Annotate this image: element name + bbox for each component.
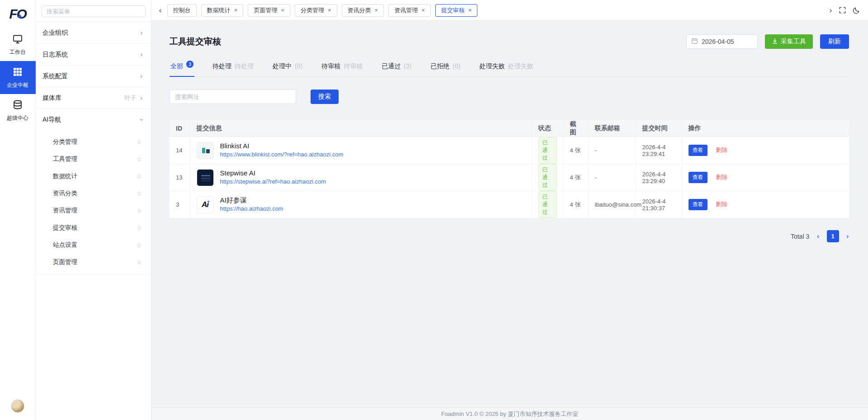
search-button[interactable]: 搜索 (311, 90, 339, 104)
user-avatar[interactable] (11, 399, 24, 413)
tabs-scroll-right-icon[interactable]: › (829, 6, 832, 15)
date-picker[interactable]: 2026-04-05 (686, 34, 758, 49)
next-page-icon[interactable]: › (846, 232, 849, 241)
sidebar-item-page-mgmt[interactable]: 页面管理☆ (36, 254, 151, 271)
submenu-label: 资讯管理 (53, 207, 77, 215)
page-title: 工具提交审核 (170, 36, 221, 47)
sidebar-item-submission-review[interactable]: 提交审核☆ (36, 219, 151, 236)
cell-screenshots: 4 张 (563, 164, 588, 191)
star-icon[interactable]: ☆ (136, 156, 142, 163)
delete-link[interactable]: 删除 (716, 201, 727, 208)
filter-sub-label: (0) (453, 62, 460, 70)
filter-tab-pending[interactable]: 待处理 待处理 (212, 62, 255, 76)
cell-screenshots: 4 张 (563, 137, 588, 164)
col-header-submit-info: 提交信息 (190, 120, 532, 137)
refresh-button[interactable]: 刷新 (820, 34, 849, 49)
sidebar-item-news-mgmt[interactable]: 资讯管理☆ (36, 202, 151, 219)
tab-news-mgmt[interactable]: 资讯管理× (388, 4, 431, 17)
sidebar-item-site-settings[interactable]: 站点设置☆ (36, 236, 151, 254)
star-icon[interactable]: ☆ (136, 207, 142, 214)
close-icon[interactable]: × (375, 7, 378, 13)
url-search-input[interactable] (170, 90, 296, 104)
tab-label: 数据统计 (207, 6, 231, 14)
status-filter-tabs: 全部 3 待处理 待处理 处理中 (0) 待审核 待审核 已通过 (3) 已拒绝… (170, 62, 849, 77)
star-icon[interactable]: ☆ (136, 190, 142, 197)
delete-link[interactable]: 删除 (716, 174, 727, 180)
tab-data-stats[interactable]: 数据统计× (201, 4, 244, 17)
filter-label: 已拒绝 (430, 62, 449, 71)
submenu-label: 数据统计 (53, 172, 77, 180)
dark-mode-moon-icon[interactable] (853, 7, 860, 14)
tab-news-category[interactable]: 资讯分类× (342, 4, 384, 17)
pagination: Total 3 ‹ 1 › (170, 230, 849, 242)
close-icon[interactable]: × (281, 7, 284, 13)
sidebar-group-ai-nav[interactable]: AI导航 › (36, 109, 151, 131)
filter-sub-label: 待审核 (344, 62, 363, 71)
cell-email: - (588, 137, 636, 164)
filter-tab-awaiting-review[interactable]: 待审核 待审核 (321, 62, 363, 76)
database-icon (12, 99, 23, 112)
col-header-time: 提交时间 (636, 120, 682, 137)
tabs-scroll-left-icon[interactable]: ‹ (159, 6, 162, 15)
sparkle-icon: ✦ (207, 199, 210, 204)
cell-screenshots: 4 张 (563, 191, 588, 218)
tool-name: Blinkist AI (220, 142, 344, 151)
tab-label: 分类管理 (301, 6, 324, 14)
tab-console[interactable]: 控制台 (167, 4, 197, 17)
rail-item-super-center[interactable]: 超级中心 (0, 94, 36, 127)
rail-item-enterprise-hub[interactable]: 企业中枢 (0, 61, 36, 94)
tabbar-actions: › (829, 6, 860, 15)
rail-item-label: 超级中心 (7, 114, 28, 122)
fullscreen-icon[interactable] (839, 7, 846, 14)
view-button[interactable]: 查看 (689, 145, 708, 156)
tab-page-mgmt[interactable]: 页面管理× (248, 4, 290, 17)
close-icon[interactable]: × (234, 7, 238, 13)
tab-category-mgmt[interactable]: 分类管理× (295, 4, 337, 17)
sidebar-group-media[interactable]: 媒体库 叶子 › (36, 87, 151, 109)
table-row: 13 Stepwise AI https://stepwise.ai?ref=h… (170, 164, 849, 191)
sidebar-group-org[interactable]: 企业组织 › (36, 22, 151, 44)
star-icon[interactable]: ☆ (136, 224, 142, 231)
tab-submission-review[interactable]: 提交审核× (435, 4, 478, 17)
sidebar-item-tool-mgmt[interactable]: 工具管理☆ (36, 151, 151, 168)
view-button[interactable]: 查看 (689, 199, 708, 210)
view-button[interactable]: 查看 (689, 172, 708, 183)
app-logo[interactable]: FO (0, 0, 36, 28)
filter-tab-rejected[interactable]: 已拒绝 (0) (429, 62, 461, 76)
ai-nav-submenu: 分类管理☆ 工具管理☆ 数据统计☆ 资讯分类☆ 资讯管理☆ 提交审核☆ 站点设置… (36, 131, 151, 275)
tool-url-link[interactable]: https://hao.aizhaozi.com (220, 205, 283, 213)
prev-page-icon[interactable]: ‹ (816, 232, 819, 241)
collect-tool-button[interactable]: 采集工具 (765, 34, 813, 49)
filter-tab-processing[interactable]: 处理中 (0) (272, 62, 303, 76)
sidebar-group-label: AI导航 (42, 116, 61, 124)
filter-tab-all[interactable]: 全部 3 (170, 62, 194, 76)
tool-name: AI好参谋 (220, 196, 283, 205)
rail-item-workbench[interactable]: 工作台 (0, 28, 36, 61)
close-icon[interactable]: × (468, 7, 472, 13)
filter-tab-failed[interactable]: 处理失败 处理失败 (478, 62, 534, 76)
filter-tab-approved[interactable]: 已通过 (3) (381, 62, 412, 76)
sidebar-item-category-mgmt[interactable]: 分类管理☆ (36, 133, 151, 151)
page-number-button[interactable]: 1 (827, 230, 839, 242)
delete-link[interactable]: 删除 (716, 146, 727, 153)
tool-url-link[interactable]: https://stepwise.ai?ref=hao.aizhaozi.com (220, 178, 326, 186)
submenu-label: 页面管理 (53, 258, 77, 266)
col-header-email: 联系邮箱 (588, 120, 636, 137)
submenu-label: 提交审核 (53, 224, 77, 232)
star-icon[interactable]: ☆ (136, 259, 142, 266)
sidebar-group-logs[interactable]: 日志系统 › (36, 44, 151, 66)
sidebar-group-system-config[interactable]: 系统配置 › (36, 66, 151, 87)
sidebar: 企业组织 › 日志系统 › 系统配置 › 媒体库 叶子 › AI导航 › 分类管… (36, 0, 151, 420)
grid-icon (12, 66, 23, 79)
sidebar-item-news-category[interactable]: 资讯分类☆ (36, 185, 151, 202)
star-icon[interactable]: ☆ (136, 173, 142, 180)
close-icon[interactable]: × (328, 7, 331, 13)
menu-search-input[interactable] (42, 5, 146, 17)
sidebar-item-data-stats[interactable]: 数据统计☆ (36, 168, 151, 185)
star-icon[interactable]: ☆ (136, 138, 142, 146)
icon-rail: FO 工作台 企业中枢 超级中心 (0, 0, 36, 420)
tool-url-link[interactable]: https://www.blinkist.com/?ref=hao.aizhao… (220, 151, 344, 159)
close-icon[interactable]: × (421, 7, 425, 13)
tab-label: 资讯管理 (394, 6, 418, 14)
star-icon[interactable]: ☆ (136, 241, 142, 249)
